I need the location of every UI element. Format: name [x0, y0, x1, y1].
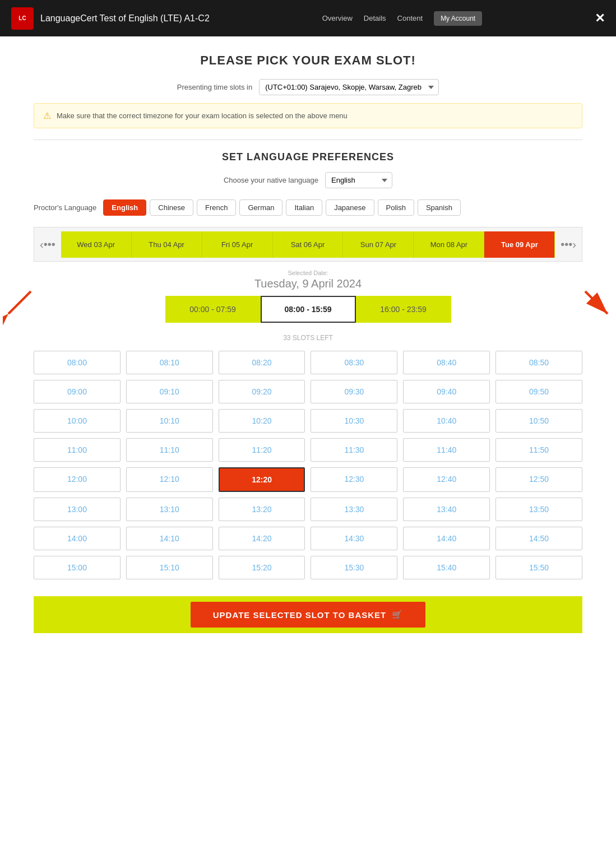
calendar-days: Wed 03 Apr Thu 04 Apr Fri 05 Apr Sat 06 … [61, 231, 555, 258]
time-range-tab-1[interactable]: 08:00 - 15:59 [261, 296, 356, 323]
time-slot-0800[interactable]: 08:00 [34, 351, 121, 374]
time-slot-1500[interactable]: 15:00 [34, 556, 121, 579]
time-slot-1040[interactable]: 10:40 [403, 409, 490, 433]
time-slot-1140[interactable]: 11:40 [403, 438, 490, 462]
warning-text: Make sure that the correct timezone for … [57, 112, 348, 120]
slot-count: 33 SLOTS LEFT [34, 334, 582, 342]
time-slot-1050[interactable]: 10:50 [495, 409, 582, 433]
time-slot-1210[interactable]: 12:10 [126, 467, 213, 492]
time-slot-1340[interactable]: 13:40 [403, 498, 490, 521]
time-slot-1130[interactable]: 11:30 [311, 438, 397, 462]
red-arrow-left [3, 286, 36, 331]
time-slot-0830[interactable]: 08:30 [311, 351, 397, 374]
divider [34, 140, 582, 140]
time-slot-1240[interactable]: 12:40 [403, 467, 490, 492]
lang-btn-polish[interactable]: Polish [378, 199, 414, 216]
time-slot-1550[interactable]: 15:50 [495, 556, 582, 579]
time-slot-0910[interactable]: 09:10 [126, 380, 213, 403]
time-slot-1400[interactable]: 14:00 [34, 527, 121, 550]
time-slot-1010[interactable]: 10:10 [126, 409, 213, 433]
time-slot-1540[interactable]: 15:40 [403, 556, 490, 579]
time-slot-1250[interactable]: 12:50 [495, 467, 582, 492]
update-basket-button[interactable]: UPDATE SELECTED SLOT TO BASKET 🛒 [191, 602, 425, 628]
lang-btn-italian[interactable]: Italian [286, 199, 322, 216]
time-slot-0810[interactable]: 08:10 [126, 351, 213, 374]
nav-overview[interactable]: Overview [322, 14, 353, 22]
calendar-prev-button[interactable]: ‹••• [34, 227, 61, 261]
calendar-nav: ‹••• Wed 03 Apr Thu 04 Apr Fri 05 Apr Sa… [34, 227, 582, 262]
time-slot-1420[interactable]: 14:20 [219, 527, 305, 550]
lang-btn-japanese[interactable]: Japanese [326, 199, 374, 216]
warning-icon: ⚠ [43, 110, 51, 121]
logo: LC [11, 7, 34, 30]
proctor-lang-label: Proctor's Language [34, 203, 96, 212]
time-slot-0950[interactable]: 09:50 [495, 380, 582, 403]
proctor-lang-row: Proctor's Language English Chinese Frenc… [34, 199, 582, 216]
lang-btn-german[interactable]: German [239, 199, 282, 216]
time-range-tabs: 00:00 - 07:59 08:00 - 15:59 16:00 - 23:5… [34, 296, 582, 323]
time-slot-1000[interactable]: 10:00 [34, 409, 121, 433]
cal-day-2[interactable]: Fri 05 Apr [202, 231, 273, 258]
basket-btn-container: UPDATE SELECTED SLOT TO BASKET 🛒 [34, 596, 582, 633]
nav-content[interactable]: Content [397, 14, 423, 22]
user-account[interactable]: My Account [434, 11, 482, 26]
cal-day-1[interactable]: Thu 04 Apr [132, 231, 202, 258]
timezone-select[interactable]: (UTC+01:00) Sarajevo, Skopje, Warsaw, Za… [259, 79, 439, 95]
time-slot-0900[interactable]: 09:00 [34, 380, 121, 403]
red-arrow-right [580, 286, 613, 331]
time-slot-1150[interactable]: 11:50 [495, 438, 582, 462]
header: LC LanguageCert Test of English (LTE) A1… [0, 0, 616, 36]
selected-date-value: Tuesday, 9 April 2024 [254, 277, 362, 290]
time-slot-1430[interactable]: 14:30 [311, 527, 397, 550]
cal-day-6[interactable]: Tue 09 Apr [484, 231, 555, 258]
time-slot-0820[interactable]: 08:20 [219, 351, 305, 374]
time-slot-1520[interactable]: 15:20 [219, 556, 305, 579]
warning-banner: ⚠ Make sure that the correct timezone fo… [34, 103, 582, 128]
page-title: PLEASE PICK YOUR EXAM SLOT! [34, 53, 582, 68]
time-slot-1120[interactable]: 11:20 [219, 438, 305, 462]
time-slot-1510[interactable]: 15:10 [126, 556, 213, 579]
time-slot-1410[interactable]: 14:10 [126, 527, 213, 550]
lang-btn-spanish[interactable]: Spanish [418, 199, 461, 216]
basket-btn-label: UPDATE SELECTED SLOT TO BASKET [213, 610, 386, 620]
time-slot-1350[interactable]: 13:50 [495, 498, 582, 521]
time-slot-1220[interactable]: 12:20 [219, 467, 305, 492]
close-button[interactable]: ✕ [595, 11, 605, 26]
nav-details[interactable]: Details [364, 14, 386, 22]
svg-line-1 [8, 291, 31, 314]
time-slot-0940[interactable]: 09:40 [403, 380, 490, 403]
time-slot-1530[interactable]: 15:30 [311, 556, 397, 579]
selected-date-section: Selected Date: Tuesday, 9 April 2024 [34, 270, 582, 290]
svg-line-3 [585, 291, 608, 314]
cal-day-0[interactable]: Wed 03 Apr [61, 231, 132, 258]
time-slot-1440[interactable]: 14:40 [403, 527, 490, 550]
native-lang-select[interactable]: English Chinese French German Italian Ja… [325, 172, 392, 188]
native-lang-row: Choose your native language English Chin… [34, 172, 582, 188]
cal-day-5[interactable]: Mon 08 Apr [414, 231, 484, 258]
lang-btn-french[interactable]: French [197, 199, 236, 216]
time-slot-1300[interactable]: 13:00 [34, 498, 121, 521]
timezone-label: Presenting time slots in [177, 83, 252, 91]
time-slot-1330[interactable]: 13:30 [311, 498, 397, 521]
main-content: PLEASE PICK YOUR EXAM SLOT! Presenting t… [0, 36, 616, 672]
time-slot-1100[interactable]: 11:00 [34, 438, 121, 462]
lang-btn-english[interactable]: English [103, 199, 146, 216]
time-slot-1230[interactable]: 12:30 [311, 467, 397, 492]
time-slot-1110[interactable]: 11:10 [126, 438, 213, 462]
time-slot-1200[interactable]: 12:00 [34, 467, 121, 492]
cal-day-4[interactable]: Sun 07 Apr [343, 231, 414, 258]
time-slot-0930[interactable]: 09:30 [311, 380, 397, 403]
lang-btn-chinese[interactable]: Chinese [150, 199, 193, 216]
time-range-tab-2[interactable]: 16:00 - 23:59 [356, 296, 451, 323]
time-slot-0850[interactable]: 08:50 [495, 351, 582, 374]
time-slot-0840[interactable]: 08:40 [403, 351, 490, 374]
time-slot-1450[interactable]: 14:50 [495, 527, 582, 550]
time-range-tab-0[interactable]: 00:00 - 07:59 [165, 296, 261, 323]
cal-day-3[interactable]: Sat 06 Apr [273, 231, 344, 258]
time-slot-1020[interactable]: 10:20 [219, 409, 305, 433]
time-slot-0920[interactable]: 09:20 [219, 380, 305, 403]
time-slot-1320[interactable]: 13:20 [219, 498, 305, 521]
calendar-next-button[interactable]: •••› [555, 227, 582, 261]
time-slot-1310[interactable]: 13:10 [126, 498, 213, 521]
time-slot-1030[interactable]: 10:30 [311, 409, 397, 433]
